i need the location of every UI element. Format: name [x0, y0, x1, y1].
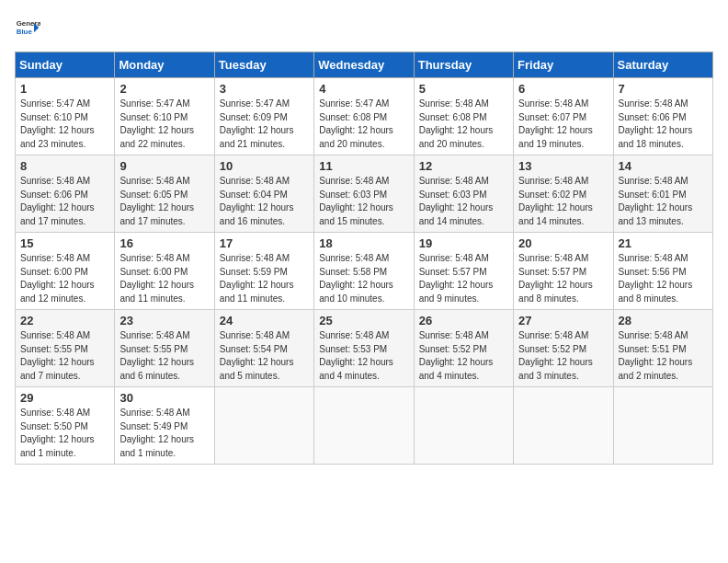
- day-info: Sunrise: 5:48 AMSunset: 5:57 PMDaylight:…: [419, 253, 494, 304]
- day-info: Sunrise: 5:47 AMSunset: 6:08 PMDaylight:…: [319, 98, 393, 149]
- day-number: 5: [419, 82, 508, 96]
- calendar-cell: 12 Sunrise: 5:48 AMSunset: 6:03 PMDaylig…: [414, 155, 513, 233]
- week-row-5: 29 Sunrise: 5:48 AMSunset: 5:50 PMDaylig…: [16, 387, 713, 465]
- calendar-cell: 4 Sunrise: 5:47 AMSunset: 6:08 PMDayligh…: [314, 78, 414, 155]
- day-info: Sunrise: 5:48 AMSunset: 5:55 PMDaylight:…: [20, 330, 95, 381]
- calendar-cell: 7 Sunrise: 5:48 AMSunset: 6:06 PMDayligh…: [613, 78, 712, 155]
- day-info: Sunrise: 5:48 AMSunset: 6:03 PMDaylight:…: [319, 176, 393, 226]
- calendar-cell: 10 Sunrise: 5:48 AMSunset: 6:04 PMDaylig…: [214, 155, 313, 233]
- calendar-cell: 18 Sunrise: 5:48 AMSunset: 5:58 PMDaylig…: [314, 233, 414, 310]
- page-header: General Blue: [15, 15, 713, 40]
- day-number: 6: [518, 82, 608, 96]
- col-header-saturday: Saturday: [613, 52, 712, 78]
- day-number: 11: [319, 159, 408, 173]
- week-row-1: 1 Sunrise: 5:47 AMSunset: 6:10 PMDayligh…: [16, 78, 713, 155]
- calendar-header-row: SundayMondayTuesdayWednesdayThursdayFrid…: [16, 52, 713, 78]
- day-info: Sunrise: 5:47 AMSunset: 6:09 PMDaylight:…: [220, 98, 294, 149]
- day-info: Sunrise: 5:48 AMSunset: 5:53 PMDaylight:…: [319, 330, 393, 381]
- calendar-cell: [514, 387, 613, 465]
- calendar-cell: 26 Sunrise: 5:48 AMSunset: 5:52 PMDaylig…: [414, 310, 513, 387]
- day-number: 18: [319, 236, 408, 250]
- day-info: Sunrise: 5:48 AMSunset: 5:59 PMDaylight:…: [220, 253, 294, 304]
- day-info: Sunrise: 5:48 AMSunset: 6:06 PMDaylight:…: [20, 176, 95, 226]
- day-number: 10: [220, 159, 309, 173]
- day-info: Sunrise: 5:48 AMSunset: 5:54 PMDaylight:…: [220, 330, 294, 381]
- calendar-table: SundayMondayTuesdayWednesdayThursdayFrid…: [15, 52, 713, 465]
- day-number: 7: [619, 82, 708, 96]
- day-number: 25: [319, 314, 408, 327]
- day-info: Sunrise: 5:48 AMSunset: 5:50 PMDaylight:…: [20, 408, 95, 458]
- calendar-cell: 29 Sunrise: 5:48 AMSunset: 5:50 PMDaylig…: [16, 387, 115, 465]
- day-number: 24: [220, 314, 309, 327]
- day-info: Sunrise: 5:48 AMSunset: 5:52 PMDaylight:…: [419, 330, 494, 381]
- calendar-cell: 15 Sunrise: 5:48 AMSunset: 6:00 PMDaylig…: [16, 233, 115, 310]
- calendar-cell: [613, 387, 712, 465]
- day-info: Sunrise: 5:48 AMSunset: 6:00 PMDaylight:…: [119, 253, 194, 304]
- calendar-cell: 1 Sunrise: 5:47 AMSunset: 6:10 PMDayligh…: [16, 78, 115, 155]
- day-info: Sunrise: 5:48 AMSunset: 6:08 PMDaylight:…: [419, 98, 494, 149]
- day-number: 16: [119, 236, 209, 250]
- day-number: 12: [419, 159, 508, 173]
- day-info: Sunrise: 5:48 AMSunset: 5:49 PMDaylight:…: [119, 408, 194, 458]
- day-info: Sunrise: 5:48 AMSunset: 6:01 PMDaylight:…: [619, 176, 693, 226]
- day-info: Sunrise: 5:48 AMSunset: 6:05 PMDaylight:…: [119, 176, 194, 226]
- day-number: 30: [119, 391, 209, 405]
- calendar-cell: 11 Sunrise: 5:48 AMSunset: 6:03 PMDaylig…: [314, 155, 414, 233]
- day-info: Sunrise: 5:47 AMSunset: 6:10 PMDaylight:…: [119, 98, 194, 149]
- col-header-tuesday: Tuesday: [214, 52, 313, 78]
- day-number: 17: [220, 236, 309, 250]
- day-info: Sunrise: 5:48 AMSunset: 6:06 PMDaylight:…: [619, 98, 693, 149]
- day-number: 13: [518, 159, 608, 173]
- calendar-cell: 22 Sunrise: 5:48 AMSunset: 5:55 PMDaylig…: [16, 310, 115, 387]
- day-number: 20: [518, 236, 608, 250]
- calendar-cell: 3 Sunrise: 5:47 AMSunset: 6:09 PMDayligh…: [214, 78, 313, 155]
- day-info: Sunrise: 5:48 AMSunset: 6:03 PMDaylight:…: [419, 176, 494, 226]
- day-number: 26: [419, 314, 508, 327]
- col-header-friday: Friday: [514, 52, 613, 78]
- calendar-cell: 2 Sunrise: 5:47 AMSunset: 6:10 PMDayligh…: [115, 78, 214, 155]
- day-number: 2: [119, 82, 209, 96]
- calendar-cell: 14 Sunrise: 5:48 AMSunset: 6:01 PMDaylig…: [613, 155, 712, 233]
- calendar-cell: 21 Sunrise: 5:48 AMSunset: 5:56 PMDaylig…: [613, 233, 712, 310]
- col-header-monday: Monday: [115, 52, 214, 78]
- calendar-cell: 30 Sunrise: 5:48 AMSunset: 5:49 PMDaylig…: [115, 387, 214, 465]
- calendar-body: 1 Sunrise: 5:47 AMSunset: 6:10 PMDayligh…: [16, 78, 713, 465]
- calendar-cell: [414, 387, 513, 465]
- day-number: 29: [20, 391, 109, 405]
- week-row-2: 8 Sunrise: 5:48 AMSunset: 6:06 PMDayligh…: [16, 155, 713, 233]
- day-number: 4: [319, 82, 408, 96]
- day-number: 22: [20, 314, 109, 327]
- calendar-cell: 9 Sunrise: 5:48 AMSunset: 6:05 PMDayligh…: [115, 155, 214, 233]
- logo: General Blue: [15, 15, 44, 40]
- calendar-cell: 20 Sunrise: 5:48 AMSunset: 5:57 PMDaylig…: [514, 233, 613, 310]
- calendar-cell: 17 Sunrise: 5:48 AMSunset: 5:59 PMDaylig…: [214, 233, 313, 310]
- calendar-cell: 24 Sunrise: 5:48 AMSunset: 5:54 PMDaylig…: [214, 310, 313, 387]
- calendar-cell: 5 Sunrise: 5:48 AMSunset: 6:08 PMDayligh…: [414, 78, 513, 155]
- day-number: 27: [518, 314, 608, 327]
- day-info: Sunrise: 5:48 AMSunset: 5:51 PMDaylight:…: [619, 330, 693, 381]
- col-header-sunday: Sunday: [16, 52, 115, 78]
- calendar-cell: 16 Sunrise: 5:48 AMSunset: 6:00 PMDaylig…: [115, 233, 214, 310]
- day-number: 23: [119, 314, 209, 327]
- calendar-cell: 23 Sunrise: 5:48 AMSunset: 5:55 PMDaylig…: [115, 310, 214, 387]
- svg-text:Blue: Blue: [17, 28, 33, 36]
- day-number: 3: [220, 82, 309, 96]
- calendar-cell: 19 Sunrise: 5:48 AMSunset: 5:57 PMDaylig…: [414, 233, 513, 310]
- day-number: 8: [20, 159, 109, 173]
- calendar-cell: 28 Sunrise: 5:48 AMSunset: 5:51 PMDaylig…: [613, 310, 712, 387]
- day-number: 14: [619, 159, 708, 173]
- day-info: Sunrise: 5:48 AMSunset: 5:57 PMDaylight:…: [518, 253, 593, 304]
- calendar-cell: [214, 387, 313, 465]
- day-number: 1: [20, 82, 109, 96]
- day-info: Sunrise: 5:48 AMSunset: 6:07 PMDaylight:…: [518, 98, 593, 149]
- day-info: Sunrise: 5:48 AMSunset: 6:04 PMDaylight:…: [220, 176, 294, 226]
- calendar-cell: 8 Sunrise: 5:48 AMSunset: 6:06 PMDayligh…: [16, 155, 115, 233]
- day-info: Sunrise: 5:48 AMSunset: 5:52 PMDaylight:…: [518, 330, 593, 381]
- logo-icon: General Blue: [15, 15, 40, 40]
- day-number: 28: [619, 314, 708, 327]
- day-info: Sunrise: 5:47 AMSunset: 6:10 PMDaylight:…: [20, 98, 95, 149]
- day-number: 19: [419, 236, 508, 250]
- week-row-4: 22 Sunrise: 5:48 AMSunset: 5:55 PMDaylig…: [16, 310, 713, 387]
- day-number: 9: [119, 159, 209, 173]
- day-info: Sunrise: 5:48 AMSunset: 5:56 PMDaylight:…: [619, 253, 693, 304]
